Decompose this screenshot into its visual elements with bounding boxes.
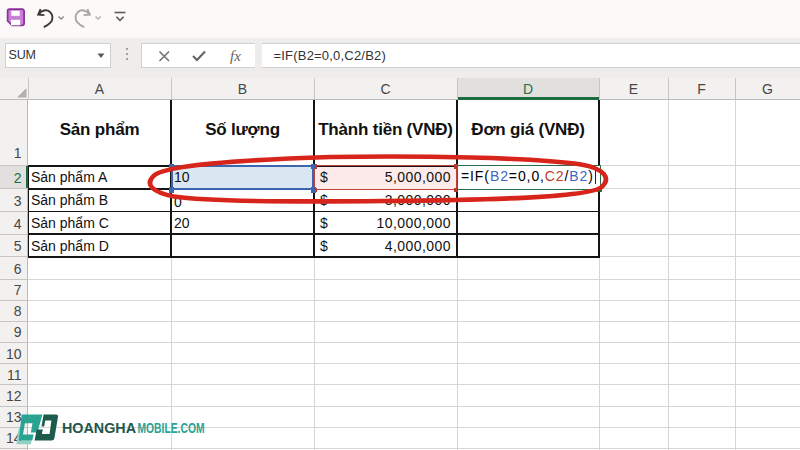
svg-text:fx: fx: [230, 48, 241, 64]
svg-text:HOANGHA: HOANGHA: [62, 420, 137, 436]
svg-text:MOBILE.COM: MOBILE.COM: [138, 420, 205, 436]
